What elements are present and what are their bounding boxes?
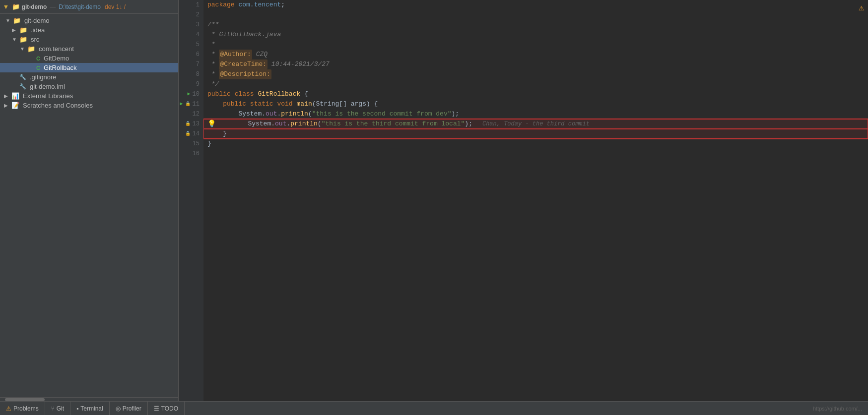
tree-item-git-demo[interactable]: ▼ 📁 git-demo — [0, 16, 178, 25]
folder-icon: 📁 — [27, 45, 35, 53]
tab-profiler-label: Profiler — [123, 405, 141, 412]
line-num-11: ▶🔒11 — [183, 99, 200, 109]
code-line-12: System.out.println("this is the second c… — [203, 109, 868, 119]
code-line-14: } — [203, 129, 868, 139]
tree-item-gitignore[interactable]: 🔧 .gitignore — [0, 72, 178, 82]
folder-icon: 📁 — [19, 36, 27, 43]
code-line-8: * @Description: — [203, 69, 868, 79]
main-container: ▼ 📁 git-demo — D:\test\git-demo dev 1↓ /… — [0, 0, 868, 401]
line-num-16: 16 — [183, 149, 200, 159]
warning-icon: ⚠ — [859, 3, 864, 13]
chevron-right-icon: ▶ — [4, 93, 10, 99]
line-num-9: 9 — [183, 79, 200, 89]
warning-indicator: ⚠ — [859, 2, 864, 13]
git-icon: ⑂ — [51, 405, 55, 412]
project-path: D:\test\git-demo — [59, 3, 101, 10]
line-num-13: 🔒13 — [183, 119, 200, 129]
profiler-icon: ◎ — [116, 405, 121, 412]
library-icon: 📊 — [11, 92, 19, 100]
tree-item-GitRollback[interactable]: C GitRollback — [0, 63, 178, 72]
tree-item-label: com.tencent — [39, 45, 74, 53]
tree-item-label: git-demo — [24, 17, 50, 24]
tab-git-label: Git — [57, 405, 64, 412]
separator: — — [50, 3, 56, 10]
code-line-4: * GitRollback.java — [203, 30, 868, 40]
sidebar: ▼ 📁 git-demo — D:\test\git-demo dev 1↓ /… — [0, 0, 179, 401]
tree-item-GitDemo[interactable]: C GitDemo — [0, 54, 178, 63]
editor: 1 2 3 4 5 6 7 8 9 ▶10 ▶🔒11 12 🔒13 — [179, 0, 868, 401]
tree-item-git-demo-iml[interactable]: 🔧 git-demo.iml — [0, 82, 178, 91]
file-tree: ▼ 📁 git-demo ▶ 📁 .idea ▼ 📁 src ▼ 📁 com.t… — [0, 14, 178, 397]
line-num-15: 15 — [183, 139, 200, 149]
line-num-4: 4 — [183, 30, 200, 40]
tree-item-label: External Libraries — [23, 92, 73, 100]
tree-item-label: git-demo.iml — [30, 83, 65, 90]
tree-item-src[interactable]: ▼ 📁 src — [0, 35, 178, 44]
lightbulb-icon[interactable]: 💡 — [207, 119, 216, 129]
tree-item-com-tencent[interactable]: ▼ 📁 com.tencent — [0, 44, 178, 54]
editor-content: 1 2 3 4 5 6 7 8 9 ▶10 ▶🔒11 12 🔒13 — [179, 0, 868, 401]
line-num-10: ▶10 — [183, 89, 200, 99]
sidebar-scrollbar-x[interactable] — [0, 397, 178, 401]
tab-todo[interactable]: ☰ TODO — [148, 402, 185, 415]
tree-item-idea[interactable]: ▶ 📁 .idea — [0, 25, 178, 35]
status-bar-right: https://github.com/... — [807, 406, 868, 412]
tree-item-label: Scratches and Consoles — [23, 102, 93, 109]
tree-item-label: GitRollback — [44, 64, 76, 71]
scratch-icon: 📝 — [11, 102, 19, 109]
tree-item-scratches[interactable]: ▶ 📝 Scratches and Consoles — [0, 101, 178, 110]
chevron-right-icon: ▶ — [4, 103, 10, 108]
tab-problems-label: Problems — [13, 405, 39, 412]
line-num-2: 2 — [183, 10, 200, 20]
line-num-3: 3 — [183, 20, 200, 30]
code-line-15: } — [203, 139, 868, 149]
config-icon: 🔧 — [19, 74, 26, 80]
folder-icon: 📁 — [13, 17, 21, 24]
line-num-8: 8 — [183, 69, 200, 79]
code-line-16 — [203, 149, 868, 159]
line-num-1: 1 — [183, 0, 200, 10]
chevron-down-icon: ▼ — [5, 18, 11, 23]
line-num-6: 6 — [183, 50, 200, 59]
java-file-icon: C — [36, 65, 40, 71]
code-line-2 — [203, 10, 868, 20]
code-area[interactable]: package com.tencent; /** * GitRollback.j… — [203, 0, 868, 401]
code-line-1: package com.tencent; — [203, 0, 868, 10]
tab-profiler[interactable]: ◎ Profiler — [110, 402, 148, 415]
code-line-6: * @Author: CZQ — [203, 50, 868, 59]
tab-terminal[interactable]: ▪ Terminal — [70, 402, 110, 415]
code-line-13: 💡 System.out.println("this is the third … — [203, 119, 868, 129]
branch-label: dev 1↓ / — [105, 3, 126, 10]
sidebar-header: ▼ 📁 git-demo — D:\test\git-demo dev 1↓ / — [0, 0, 178, 14]
code-line-7: * @CreateTime: 10:44-2021/3/27 — [203, 59, 868, 69]
iml-icon: 🔧 — [19, 83, 26, 90]
line-numbers: 1 2 3 4 5 6 7 8 9 ▶10 ▶🔒11 12 🔒13 — [179, 0, 203, 401]
tree-item-external-libraries[interactable]: ▶ 📊 External Libraries — [0, 91, 178, 101]
line-num-5: 5 — [183, 40, 200, 50]
code-line-3: /** — [203, 20, 868, 30]
todo-icon: ☰ — [154, 405, 159, 412]
tab-problems[interactable]: ⚠ Problems — [0, 402, 45, 415]
tree-item-label: .idea — [31, 26, 45, 34]
line-num-14: 🔒14 — [183, 129, 200, 139]
code-line-11: public static void main(String[] args) { — [203, 99, 868, 109]
code-line-5: * — [203, 40, 868, 50]
tab-terminal-label: Terminal — [80, 405, 103, 412]
bottom-bar: ⚠ Problems ⑂ Git ▪ Terminal ◎ Profiler ☰… — [0, 401, 868, 415]
line-num-12: 12 — [183, 109, 200, 119]
tab-git[interactable]: ⑂ Git — [45, 402, 70, 415]
blame-annotation: Chan, Today · the third commit — [482, 119, 590, 129]
project-folder-icon: ▼ 📁 — [4, 3, 20, 11]
code-line-10: public class GitRollback { — [203, 89, 868, 99]
warning-icon: ⚠ — [6, 405, 11, 412]
tree-item-label: GitDemo — [44, 55, 69, 62]
chevron-down-icon: ▼ — [12, 37, 18, 42]
project-name: git-demo — [22, 3, 47, 10]
tree-item-label: .gitignore — [30, 73, 56, 81]
tree-item-label: src — [31, 36, 39, 43]
tab-todo-label: TODO — [161, 405, 178, 412]
folder-icon: 📁 — [19, 26, 27, 34]
chevron-right-icon: ▶ — [12, 27, 18, 33]
line-num-7: 7 — [183, 59, 200, 69]
terminal-icon: ▪ — [76, 405, 78, 412]
